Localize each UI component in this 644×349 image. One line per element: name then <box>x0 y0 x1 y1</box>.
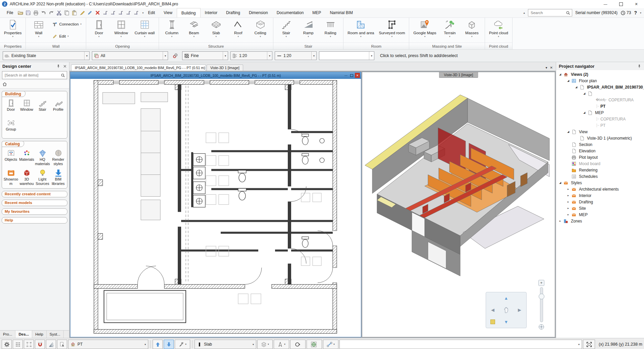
side-panel-tab[interactable]: Syst... <box>47 331 64 338</box>
quick-access-icon[interactable] <box>56 10 62 15</box>
ribbon-tool[interactable]: Surveyed room ▾ <box>376 18 407 42</box>
ribbon-tab[interactable]: View <box>159 8 177 17</box>
tree-twisty-icon[interactable]: ▸ <box>566 213 570 216</box>
collapsed-section-bar[interactable]: My favourites <box>2 208 67 215</box>
3d-navigation-pad[interactable]: ▲ ◀ ▶ ▼ <box>486 292 527 328</box>
tree-twisty-icon[interactable]: ◢ <box>582 92 586 95</box>
ribbon-tool[interactable]: Terrain ▾ <box>439 18 461 42</box>
property-dropdown[interactable]: 1:20 ▾ <box>275 51 317 60</box>
command-input[interactable]: ▾ <box>339 340 582 349</box>
floor-plan-canvas[interactable] <box>70 79 361 337</box>
close-icon[interactable] <box>63 64 67 68</box>
ribbon-tab[interactable]: Namirial BIM <box>325 8 357 17</box>
tree-item[interactable]: ◢ MEP <box>556 109 644 116</box>
ribbon-tool[interactable]: Stair ▾ <box>275 18 297 42</box>
chevron-down-icon[interactable]: ▾ <box>640 11 641 14</box>
tree-item[interactable]: ▸ Zones <box>556 218 644 224</box>
tree-twisty-icon[interactable]: ▸ <box>566 188 570 191</box>
status-tool-button[interactable] <box>57 340 67 349</box>
zoom-in-button[interactable]: + <box>538 280 544 286</box>
quick-access-icon[interactable] <box>72 10 77 15</box>
search-icon[interactable] <box>61 73 65 78</box>
chevron-down-icon[interactable]: ▾ <box>267 52 272 60</box>
document-tab[interactable]: IPSAR_ARCH_BIM_20190730_LODB_100_modello… <box>71 64 206 71</box>
chevron-down-icon[interactable]: ▾ <box>253 343 254 346</box>
catalog-item[interactable]: Materials <box>19 149 34 166</box>
status-tool-button[interactable] <box>24 340 34 349</box>
quick-access-icon[interactable] <box>118 10 123 15</box>
ribbon-tool[interactable]: Edit ▾ <box>50 32 84 41</box>
tree-item[interactable]: Viste-3D 1 (Axonometric) <box>556 135 644 141</box>
floor-down-button[interactable] <box>164 340 174 349</box>
zoom-fit-button[interactable] <box>583 340 595 349</box>
style-dropdown[interactable]: ▾ <box>319 51 374 60</box>
chevron-down-icon[interactable]: ▾ <box>145 343 146 346</box>
ribbon-tool[interactable]: Room and area ▾ <box>345 18 376 42</box>
collapsed-section-bar[interactable]: Help <box>2 217 67 223</box>
design-center-search-input[interactable] <box>4 73 59 78</box>
window-close-icon[interactable]: ✕ <box>355 73 360 78</box>
close-button[interactable]: ✕ <box>629 0 644 8</box>
tree-item[interactable]: ┊┄ COPERTURA <box>556 116 644 122</box>
tree-item[interactable]: ◢ Views (2) <box>556 71 644 78</box>
chevron-down-icon[interactable]: ▾ <box>578 343 580 346</box>
tree-item[interactable]: ◢ Styles <box>556 180 644 186</box>
design-center-item[interactable]: Stair <box>35 99 50 116</box>
chevron-down-icon[interactable]: ▾ <box>84 52 89 60</box>
tree-twisty-icon[interactable]: ▸ <box>566 200 570 203</box>
ribbon-tool[interactable]: Wall ▾ <box>28 18 50 42</box>
property-dropdown[interactable]: Existing State ▾ <box>3 51 90 60</box>
zoom-slider-track[interactable] <box>540 287 543 322</box>
ribbon-tab[interactable]: Edit <box>144 8 159 17</box>
tree-item[interactable]: Plot layout <box>556 154 644 160</box>
chevron-down-icon[interactable]: ▾ <box>223 52 228 60</box>
tree-twisty-icon[interactable]: ▸ <box>566 207 570 210</box>
search-box[interactable] <box>528 9 572 16</box>
orbit-up-button[interactable]: ▲ <box>504 296 508 301</box>
tree-twisty-icon[interactable]: ◢ <box>566 130 570 133</box>
side-panel-tab[interactable]: Pro... <box>0 331 15 338</box>
tree-item[interactable]: Mood board <box>556 160 644 167</box>
pan-hand-icon[interactable] <box>502 306 510 314</box>
collapsed-section-bar[interactable]: Recent models <box>2 200 67 206</box>
status-tool-button[interactable] <box>290 340 306 349</box>
status-tool-button[interactable] <box>13 340 23 349</box>
ribbon-tool[interactable]: Masses ▾ <box>461 18 483 42</box>
ribbon-tab[interactable]: Interior <box>201 8 222 17</box>
zoom-slider-handle[interactable] <box>539 294 544 299</box>
quick-access-icon[interactable] <box>133 10 139 15</box>
property-dropdown[interactable]: Fine ▾ <box>182 51 228 60</box>
floor-plan-window-titlebar[interactable]: IPSAR_ARCH_BIM_20190730_LODB_100_modello… <box>70 72 361 79</box>
collapse-ribbon-icon[interactable]: ▴ <box>523 11 525 14</box>
tree-item[interactable]: ◢ Floor plan <box>556 78 644 84</box>
property-dropdown[interactable]: All ▾ <box>92 51 168 60</box>
link-properties-button[interactable] <box>170 51 180 60</box>
ribbon-tab[interactable]: Building <box>177 8 201 17</box>
minimize-button[interactable]: — <box>598 0 613 8</box>
ribbon-tool[interactable]: Ramp ▾ <box>297 18 319 42</box>
tree-twisty-icon[interactable]: ▸ <box>558 219 562 222</box>
status-tool-button[interactable] <box>307 340 322 349</box>
ribbon-tool[interactable]: Ceiling ▾ <box>249 18 271 42</box>
tree-item[interactable]: �briefly┄ COPERTURA <box>556 97 644 103</box>
maximize-button[interactable] <box>613 0 629 8</box>
quick-access-icon[interactable] <box>110 10 116 15</box>
ribbon-tool[interactable]: Beam ▾ <box>183 18 205 42</box>
window-minimize-icon[interactable]: — <box>343 73 348 78</box>
ribbon-tool[interactable]: Point cloud ▾ <box>487 18 511 42</box>
chevron-down-icon[interactable]: ▾ <box>369 52 374 60</box>
document-tab[interactable]: Viste-3D 1 [Image] <box>207 64 243 71</box>
ribbon-tool[interactable]: Column ▾ <box>161 18 183 42</box>
ribbon-tool[interactable]: Door ▾ <box>88 18 110 42</box>
catalog-item[interactable]: Light Sources <box>35 168 50 186</box>
ribbon-tool[interactable]: Slab ▾ <box>205 18 227 42</box>
ribbon-tool[interactable]: Properties ▾ <box>2 18 24 42</box>
zoom-slider[interactable]: + <box>537 280 545 330</box>
floor-selector[interactable]: PT ▾ <box>68 340 148 349</box>
window-restore-icon[interactable] <box>349 73 354 78</box>
status-tool-button[interactable]: ▾ <box>323 340 338 349</box>
chevron-down-icon[interactable]: ▾ <box>163 52 168 60</box>
element-type-selector[interactable]: Slab ▾ <box>195 340 256 349</box>
tree-twisty-icon[interactable]: ▸ <box>566 194 570 197</box>
tree-item[interactable]: Schedules <box>556 173 644 180</box>
